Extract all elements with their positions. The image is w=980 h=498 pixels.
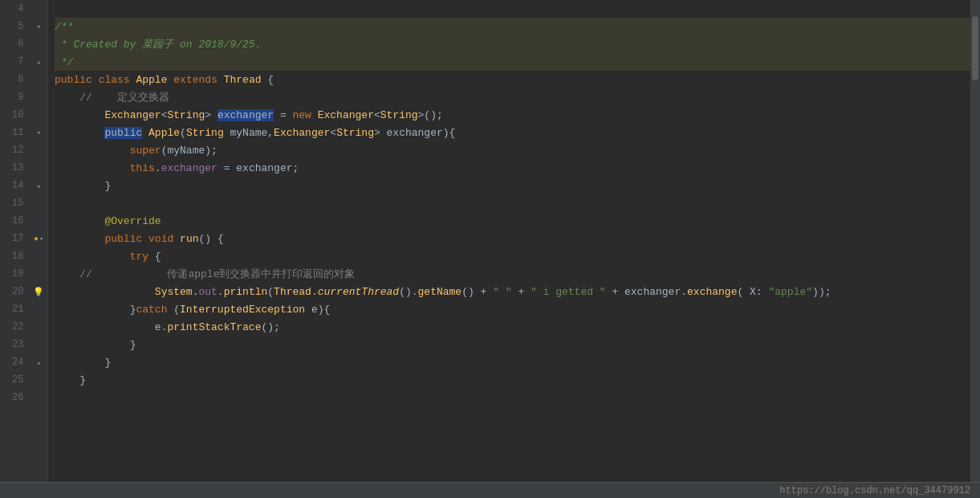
method-println-20: println bbox=[224, 286, 268, 298]
scrollbar[interactable] bbox=[970, 0, 980, 482]
gutter-row-17: 17 ● ▾ bbox=[0, 230, 47, 247]
code-line-7: */ bbox=[55, 53, 970, 71]
gt-11: > bbox=[374, 127, 387, 139]
brace-21: } bbox=[130, 304, 136, 316]
brace-25: } bbox=[79, 374, 86, 386]
classname-thread-20: Thread bbox=[274, 286, 311, 298]
exchanger-type-10: Exchanger bbox=[104, 109, 161, 121]
line-num-12: 12 bbox=[0, 145, 30, 156]
str-space-20: " " bbox=[493, 286, 511, 298]
sp-17a bbox=[142, 233, 148, 245]
scrollbar-thumb[interactable] bbox=[972, 16, 978, 80]
sp-8d bbox=[218, 74, 224, 86]
field-out-20: out bbox=[198, 286, 217, 298]
fold-icon-24[interactable]: ▴ bbox=[30, 358, 47, 367]
method-exchange-20: exchange bbox=[687, 286, 737, 298]
brace-14: } bbox=[104, 180, 111, 192]
line-num-24: 24 bbox=[0, 357, 30, 368]
kw-public-17: public bbox=[104, 233, 142, 245]
sp-8c bbox=[167, 74, 173, 86]
code-line-17: public void run () { bbox=[55, 230, 970, 247]
classname-apple: Apple bbox=[136, 74, 167, 86]
code-line-13: this . exchanger = exchanger; bbox=[55, 159, 970, 177]
fold-icon-17[interactable]: ▾ bbox=[39, 235, 43, 243]
brace-23: } bbox=[130, 339, 136, 351]
indent-25 bbox=[55, 374, 79, 386]
classname-system-20: System bbox=[155, 286, 193, 298]
code-line-19: // 传递apple到交换器中并打印返回的对象 bbox=[55, 265, 970, 283]
code-line-26 bbox=[55, 389, 970, 406]
gutter-row-9: 9 bbox=[0, 88, 47, 106]
brace-8: { bbox=[262, 74, 274, 86]
code-line-4 bbox=[55, 0, 970, 18]
code-line-25: } bbox=[55, 371, 970, 389]
close-20: )); bbox=[812, 286, 831, 298]
fold-icon-7[interactable]: ▴ bbox=[30, 58, 47, 67]
fold-icon-14[interactable]: ▴ bbox=[30, 182, 47, 190]
gutter: 4 5 ▾ 6 7 ▴ 8 bbox=[0, 0, 48, 482]
kw-catch-21: catch bbox=[136, 304, 167, 316]
dot-20c: . bbox=[311, 286, 318, 298]
gt2-10: >(); bbox=[418, 109, 443, 121]
call-22: (); bbox=[261, 321, 279, 333]
line-num-26: 26 bbox=[0, 392, 30, 403]
code-line-14: } bbox=[55, 177, 970, 194]
method-currentthread-20: currentThread bbox=[318, 286, 399, 298]
method-run-17: run bbox=[180, 233, 198, 245]
paren-11: ( bbox=[180, 127, 186, 139]
kw-new-10: new bbox=[293, 109, 311, 121]
run-paren-17: () { bbox=[198, 233, 223, 245]
editor: 4 5 ▾ 6 7 ▴ 8 bbox=[0, 0, 980, 498]
sp-8b bbox=[130, 74, 136, 86]
str-apple-20: "apple" bbox=[768, 286, 812, 298]
call-20b: () + bbox=[462, 286, 493, 298]
dot-20b: . bbox=[218, 286, 224, 298]
bottom-url: https://blog.csdn.net/qq_34479912 bbox=[779, 485, 970, 496]
classname-ie-21: InterruptedException bbox=[180, 304, 305, 316]
kw-class-8: class bbox=[99, 74, 130, 86]
gutter-row-19: 19 bbox=[0, 265, 47, 283]
gutter-row-24: 24 ▴ bbox=[0, 353, 47, 371]
indent-11 bbox=[55, 127, 104, 139]
fold-icon-11[interactable]: ▾ bbox=[30, 129, 47, 137]
gutter-row-26: 26 bbox=[0, 389, 47, 406]
fold-icon-5[interactable]: ▾ bbox=[30, 22, 47, 31]
sp-10 bbox=[311, 109, 318, 121]
indent-20 bbox=[55, 286, 155, 298]
bulb-icon-20[interactable]: 💡 bbox=[30, 287, 47, 297]
gutter-row-14: 14 ▴ bbox=[0, 177, 47, 194]
line-num-10: 10 bbox=[0, 109, 30, 120]
indent-12 bbox=[55, 145, 130, 157]
annotation-override-16: @Override bbox=[104, 215, 161, 227]
line-num-18: 18 bbox=[0, 251, 30, 262]
line-num-13: 13 bbox=[0, 162, 30, 173]
code-line-6: * Created by 菜园子 on 2018/9/25. bbox=[55, 35, 970, 53]
line-num-20: 20 bbox=[0, 286, 30, 297]
javadoc-6: * Created by 菜园子 on 2018/9/25. bbox=[55, 37, 261, 51]
javadoc-7: */ bbox=[55, 56, 73, 68]
gutter-row-16: 16 bbox=[0, 212, 47, 230]
indent-18 bbox=[55, 251, 130, 263]
paren-21a: ( bbox=[167, 304, 180, 316]
line-num-17: 17 bbox=[0, 233, 30, 244]
code-line-5: /** bbox=[55, 18, 970, 35]
code-line-12: super (myName); bbox=[55, 141, 970, 159]
gutter-row-8: 8 bbox=[0, 71, 47, 88]
line-num-16: 16 bbox=[0, 215, 30, 227]
type-exchanger-11: Exchanger bbox=[274, 127, 330, 139]
code-line-20: System . out . println ( Thread . curren… bbox=[55, 283, 970, 300]
field-exchanger-10: exchanger bbox=[218, 109, 274, 121]
exchanger-new-10: Exchanger bbox=[318, 109, 374, 121]
gutter-row-6: 6 bbox=[0, 35, 47, 53]
indent-13 bbox=[55, 162, 130, 174]
code-line-21: } catch ( InterruptedException e){ bbox=[55, 300, 970, 318]
field-exchanger-13: exchanger bbox=[161, 162, 218, 174]
kw-extends-8: extends bbox=[173, 74, 218, 86]
classname-apple-11: Apple bbox=[148, 127, 180, 139]
method-getname-20: getName bbox=[418, 286, 462, 298]
sp-8a bbox=[92, 74, 99, 86]
sp-11a bbox=[142, 127, 148, 139]
sp-17b bbox=[173, 233, 180, 245]
line-num-21: 21 bbox=[0, 304, 30, 315]
gt-10: > bbox=[205, 109, 218, 121]
